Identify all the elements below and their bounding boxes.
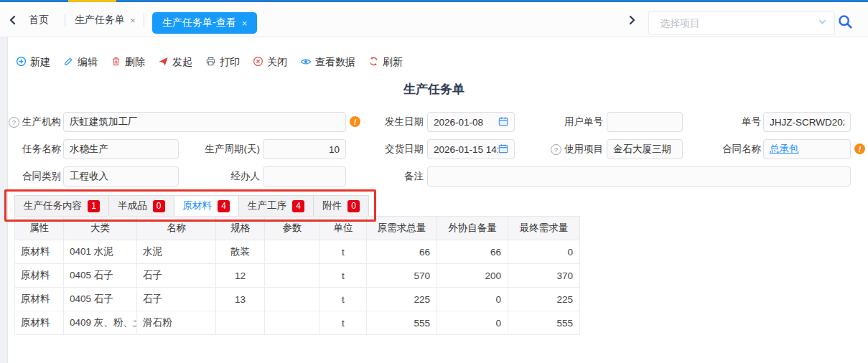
doc-no-field[interactable]: JHJZ-SCRWD20260 — [763, 112, 851, 132]
col-header: 属性 — [15, 217, 64, 240]
eye-icon — [300, 56, 312, 70]
tab-task-content[interactable]: 生产任务内容 1 — [14, 195, 109, 217]
org-label: ? 生产机构 — [0, 112, 61, 132]
table-header-row: 属性 大类 名称 规格 参数 单位 原需求总量 外协自备量 最终需求量 — [15, 217, 580, 240]
handler-field[interactable] — [263, 166, 346, 187]
materials-table: 属性 大类 名称 规格 参数 单位 原需求总量 外协自备量 最终需求量 原材料 … — [14, 216, 580, 335]
user-no-field[interactable] — [607, 112, 683, 132]
chevron-down-icon[interactable] — [817, 16, 828, 30]
contract-type-label: 合同类别 — [0, 166, 61, 187]
remark-label: 备注 — [359, 166, 424, 187]
remark-field[interactable] — [427, 166, 851, 187]
detail-tabs: 生产任务内容 1 半成品 0 原材料 4 生产工序 4 附件 0 — [14, 195, 368, 217]
col-header: 大类 — [64, 217, 137, 240]
tab-attachments[interactable]: 附件 0 — [313, 195, 369, 217]
col-header: 名称 — [137, 217, 216, 240]
page-title: 生产任务单 — [0, 81, 868, 98]
cycle-days-label: 生产周期(天) — [188, 139, 260, 159]
chevron-left-icon[interactable] — [7, 14, 19, 29]
view-data-button[interactable]: 查看数据 — [300, 56, 355, 70]
col-header: 单位 — [320, 217, 367, 240]
initiate-button[interactable]: 发起 — [158, 56, 192, 69]
count-badge: 0 — [153, 200, 165, 212]
contract-name-field[interactable]: 总承包 — [763, 139, 851, 159]
help-icon: ? — [9, 117, 19, 128]
task-name-label: 任务名称 — [0, 139, 61, 159]
close-icon[interactable]: × — [130, 15, 136, 26]
col-header: 最终需求量 — [508, 217, 580, 240]
tab-label: 生产任务单 — [75, 14, 125, 27]
tab-label: 生产任务单-查看 — [162, 16, 236, 29]
send-icon — [158, 56, 169, 69]
delivery-date-label: 交货日期 — [359, 139, 424, 159]
calendar-icon[interactable] — [498, 116, 508, 128]
refresh-button[interactable]: 刷新 — [368, 56, 403, 69]
col-header: 原需求总量 — [367, 217, 437, 240]
contract-type-field[interactable]: 工程收入 — [63, 166, 179, 187]
table-row[interactable]: 原材料 0405 石子 石子 13 t 225 0 225 — [15, 288, 580, 311]
close-icon[interactable]: × — [242, 18, 248, 29]
warning-icon[interactable]: ! — [854, 143, 865, 154]
count-badge: 4 — [292, 200, 304, 212]
trash-icon — [111, 56, 121, 69]
tab-divider — [65, 14, 65, 27]
occur-date-label: 发生日期 — [359, 112, 424, 132]
col-header: 外协自备量 — [437, 217, 508, 240]
delivery-date-field[interactable]: 2026-01-15 14:1 — [427, 139, 515, 159]
handler-label: 经办人 — [188, 166, 260, 187]
tab-home[interactable]: 首页 — [29, 14, 49, 27]
count-badge: 1 — [88, 200, 100, 212]
calendar-icon[interactable] — [498, 143, 508, 156]
project-select[interactable] — [648, 11, 835, 35]
col-header: 参数 — [265, 217, 320, 240]
project-field[interactable]: 金石大厦三期 — [607, 139, 683, 159]
app-window: 首页 生产任务单 × 生产任务单-查看 × 新建 — [0, 0, 868, 363]
tab-production-task[interactable]: 生产任务单 × — [75, 14, 136, 27]
print-button[interactable]: 打印 — [205, 56, 240, 69]
close-button[interactable]: 关闭 — [253, 56, 287, 69]
tab-semi-finished[interactable]: 半成品 0 — [108, 195, 174, 217]
window-tabbar: 首页 生产任务单 × 生产任务单-查看 × — [0, 2, 868, 37]
chevron-right-icon[interactable] — [626, 14, 638, 29]
new-button[interactable]: 新建 — [16, 56, 50, 69]
user-no-label: 用户单号 — [538, 112, 603, 132]
plus-circle-icon — [16, 56, 27, 69]
tab-raw-materials[interactable]: 原材料 4 — [174, 195, 240, 217]
close-circle-icon — [253, 56, 263, 69]
delete-button[interactable]: 删除 — [111, 56, 145, 69]
tab-processes[interactable]: 生产工序 4 — [238, 195, 314, 217]
table-row[interactable]: 原材料 0409 灰、粉、土 滑石粉 t 555 0 555 — [15, 311, 580, 335]
col-header: 规格 — [216, 217, 265, 240]
org-field[interactable]: 庆虹建筑加工厂 — [63, 112, 346, 132]
task-name-field[interactable]: 水稳生产 — [63, 139, 179, 159]
table-row[interactable]: 原材料 0401 水泥 水泥 散装 t 66 66 0 — [15, 240, 580, 264]
refresh-icon — [368, 56, 379, 69]
project-label: ? 使用项目 — [524, 139, 603, 159]
pencil-icon — [63, 56, 74, 69]
contract-name-label: 合同名称 — [711, 139, 761, 159]
count-badge: 4 — [218, 200, 230, 212]
printer-icon — [205, 56, 216, 69]
occur-date-field[interactable]: 2026-01-08 — [427, 112, 515, 132]
tab-divider — [144, 14, 144, 27]
search-icon[interactable] — [838, 14, 853, 32]
project-select-input[interactable] — [658, 16, 817, 29]
edit-button[interactable]: 编辑 — [63, 56, 98, 69]
tab-production-task-view[interactable]: 生产任务单-查看 × — [152, 12, 257, 34]
table-row[interactable]: 原材料 0405 石子 石子 12 t 570 200 370 — [15, 264, 580, 288]
contract-link[interactable]: 总承包 — [770, 143, 844, 156]
cycle-days-field[interactable]: 10 — [263, 139, 346, 159]
count-badge: 0 — [347, 200, 360, 212]
doc-no-label: 单号 — [711, 112, 761, 132]
help-icon: ? — [551, 144, 561, 155]
toolbar: 新建 编辑 删除 发起 打印 关闭 查看数据 刷新 — [16, 53, 403, 72]
